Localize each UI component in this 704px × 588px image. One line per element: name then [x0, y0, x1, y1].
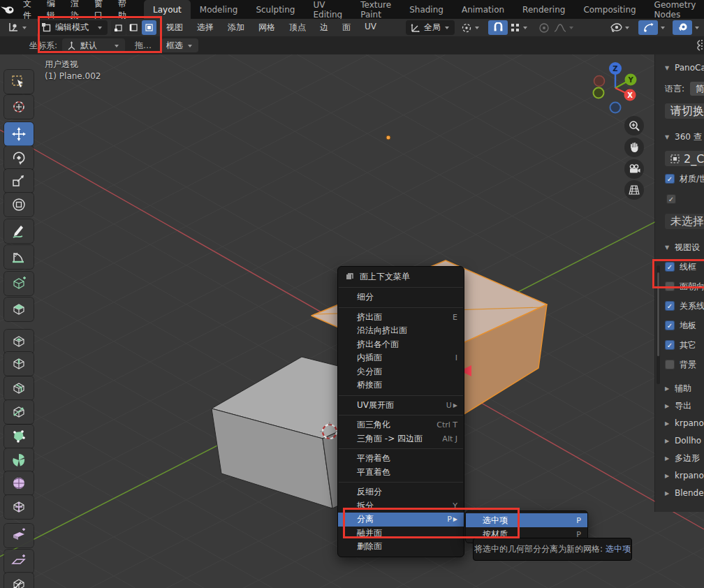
mode-dropdown[interactable]: 编辑模式	[37, 20, 108, 35]
sidebar-panel-header[interactable]: ▼PanoCam	[665, 60, 704, 75]
shear-tool[interactable]	[4, 550, 34, 573]
rip-region-tool[interactable]	[4, 573, 34, 588]
checkbox-row-12[interactable]: ✓地板	[665, 318, 704, 332]
sub-checkbox-row[interactable]: ✓	[665, 191, 704, 207]
sidebar-section-header[interactable]: ▼视图设	[665, 240, 704, 254]
gizmos-toggle-button[interactable]	[638, 20, 658, 35]
smooth-tool[interactable]	[4, 471, 34, 495]
menu-item-5[interactable]: 沿法向挤出面	[338, 324, 464, 338]
collapsed-section-21[interactable]: ▶Blende	[665, 486, 704, 500]
menu-item-11[interactable]: UV展开面U▶	[338, 399, 464, 413]
menu-item-22[interactable]: 融并面	[338, 527, 464, 541]
extrude-region-tool[interactable]	[4, 297, 34, 321]
workspace-tab-compositing[interactable]: Compositing	[574, 0, 645, 19]
vertex-select-mode-button[interactable]	[111, 20, 126, 35]
measure-tool[interactable]	[4, 245, 34, 269]
checkbox-checked-gray[interactable]: ✓	[666, 194, 676, 204]
workspace-tab-geometry-nodes[interactable]: Geometry Nodes	[645, 0, 704, 19]
face-select-mode-button[interactable]	[142, 20, 156, 35]
header-menu-3[interactable]: 网格	[251, 22, 282, 34]
workspace-tab-modeling[interactable]: Modeling	[191, 0, 247, 19]
checkbox-unchecked[interactable]	[665, 360, 675, 369]
shrink-fatten-tool[interactable]	[4, 524, 34, 547]
header-menu-2[interactable]: 添加	[221, 22, 251, 34]
overlays-dropdown[interactable]	[692, 20, 703, 35]
collapsed-section-18[interactable]: ▶Dollho	[665, 434, 704, 448]
checkbox-checked[interactable]: ✓	[665, 262, 675, 272]
workspace-tab-sculpting[interactable]: Sculpting	[247, 0, 304, 19]
move-tool[interactable]	[4, 122, 34, 146]
checkbox-row-13[interactable]: ✓其它	[665, 338, 704, 352]
collapsed-section-17[interactable]: ▶krpano	[665, 416, 704, 430]
topbar-menu-4[interactable]: 帮助	[110, 0, 134, 19]
workspace-tab-animation[interactable]: Animation	[453, 0, 513, 19]
axis-neg-z-ball[interactable]	[610, 103, 621, 113]
loop-cut-tool[interactable]	[4, 376, 34, 400]
poly-build-tool[interactable]	[4, 425, 34, 448]
edge-slide-tool[interactable]	[4, 495, 34, 519]
language-field[interactable]: 简	[690, 82, 704, 96]
editor-type-button[interactable]	[6, 20, 30, 35]
overlays-toggle-button[interactable]	[673, 20, 692, 35]
menu-item-16[interactable]: 平滑着色	[338, 452, 464, 466]
camera-view-button[interactable]	[624, 159, 644, 179]
sidebar-section-header[interactable]: ▼360 查	[665, 130, 704, 144]
add-cube-tool[interactable]	[4, 272, 34, 295]
camera-object-field[interactable]: 2_CAM	[665, 151, 704, 166]
checkbox-checked[interactable]: ✓	[665, 321, 675, 330]
snap-toggle-button[interactable]	[488, 20, 508, 35]
collapsed-section-19[interactable]: ▶多边形	[665, 451, 704, 465]
menu-item-13[interactable]: 面三角化Ctrl T	[338, 418, 464, 432]
topbar-menu-0[interactable]: 文件	[15, 0, 39, 19]
axis-neg-x-ball[interactable]	[594, 76, 605, 87]
collapsed-section-20[interactable]: ▶krpano	[665, 469, 704, 483]
header-menu-4[interactable]: 顶点	[282, 22, 313, 34]
checkbox-row-5[interactable]: ✓材质/世界	[665, 172, 704, 186]
menu-item-4[interactable]: 挤出面E	[338, 311, 464, 325]
coord-system-dropdown[interactable]: 默认	[62, 38, 125, 52]
navigation-gizmo[interactable]: Z Y X	[591, 60, 644, 119]
checkbox-checked[interactable]: ✓	[665, 340, 675, 350]
transform-tool[interactable]	[4, 193, 34, 216]
menu-item-9[interactable]: 桥接面	[338, 378, 464, 392]
topbar-menu-2[interactable]: 渲染	[63, 0, 87, 19]
checkbox-checked[interactable]: ✓	[665, 301, 675, 311]
checkbox-row-14[interactable]: 背景	[665, 358, 704, 372]
box-select-dropdown[interactable]: 框选	[161, 38, 198, 52]
menu-item-23[interactable]: 删除面	[338, 540, 464, 554]
checkbox-row-11[interactable]: ✓关系线	[665, 299, 704, 313]
collapsed-section-15[interactable]: ▶辅助	[665, 381, 704, 395]
menu-item-20[interactable]: 拆分Y	[338, 499, 464, 513]
axis-neg-y-ball[interactable]	[594, 88, 604, 98]
workspace-tab-layout[interactable]: Layout	[144, 0, 191, 19]
gizmos-dropdown[interactable]	[658, 20, 668, 35]
menu-item-21[interactable]: 分离P▶	[338, 513, 464, 527]
blender-logo-icon[interactable]	[0, 0, 15, 19]
menu-item-6[interactable]: 挤出各个面	[338, 338, 464, 352]
inset-faces-tool[interactable]	[4, 330, 34, 353]
clipped-xray-icon[interactable]	[694, 38, 704, 52]
header-menu-1[interactable]: 选择	[190, 22, 221, 34]
workspace-tab-texture-paint[interactable]: Texture Paint	[351, 0, 400, 19]
proportional-editing-button[interactable]	[536, 20, 552, 35]
topbar-menu-3[interactable]: 窗口	[87, 0, 110, 19]
cursor-tool[interactable]	[4, 95, 34, 119]
edge-select-mode-button[interactable]	[126, 20, 141, 35]
header-menu-6[interactable]: 面	[335, 22, 358, 34]
show-hide-dropdown[interactable]	[608, 20, 633, 35]
header-menu-7[interactable]: UV	[358, 22, 383, 34]
toggle-ortho-button[interactable]	[624, 180, 644, 200]
sidebar-scrollbar[interactable]	[657, 265, 660, 384]
menu-item-2[interactable]: 细分	[338, 291, 464, 304]
menu-item-8[interactable]: 尖分面	[338, 365, 464, 379]
topbar-menu-1[interactable]: 编辑	[39, 0, 63, 19]
checkbox-checked[interactable]: ✓	[665, 174, 675, 184]
proportional-falloff-dropdown[interactable]	[552, 20, 577, 35]
collapsed-section-16[interactable]: ▶导出	[665, 399, 704, 413]
knife-tool[interactable]	[4, 400, 34, 424]
checkbox-unchecked[interactable]	[665, 281, 675, 291]
switch-button[interactable]: 请切换到对	[665, 103, 704, 119]
checkbox-row-9[interactable]: ✓线框	[665, 260, 704, 274]
bevel-tool[interactable]	[4, 352, 34, 376]
checkbox-row-10[interactable]: 面朝向	[665, 279, 704, 293]
